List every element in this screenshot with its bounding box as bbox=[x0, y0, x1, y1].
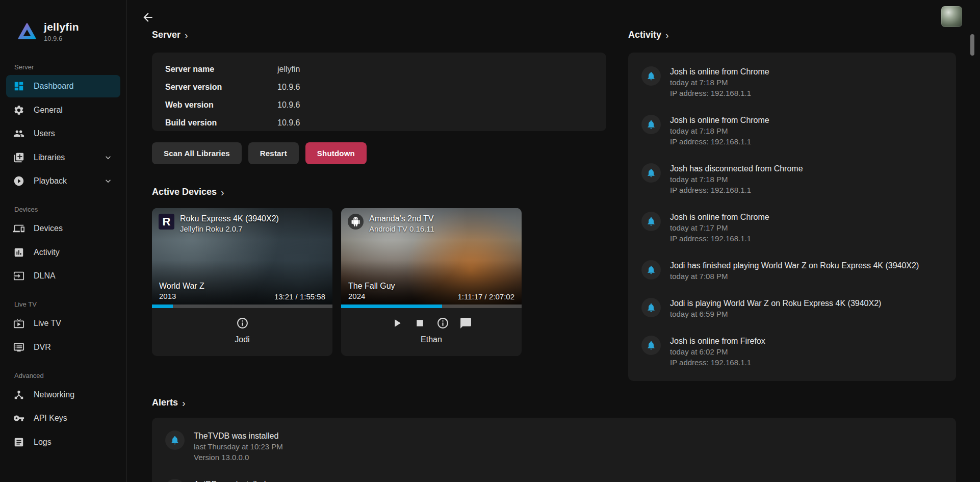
playback-progress-fill bbox=[152, 305, 173, 308]
alert-title: TheTVDB was installed bbox=[194, 430, 283, 441]
alert-item: TheTVDB was installed last Thursday at 1… bbox=[165, 430, 943, 463]
now-playing-backdrop: Amanda's 2nd TV Android TV 0.16.11 The F… bbox=[341, 208, 522, 308]
brand-text: jellyfin 10.9.6 bbox=[44, 21, 79, 42]
activity-title: Jodi has finished playing World War Z on… bbox=[670, 260, 919, 271]
info-icon[interactable] bbox=[236, 317, 249, 329]
activity-text: Josh is online from Chrome today at 7:18… bbox=[670, 66, 769, 98]
activity-time: today at 7:18 PM bbox=[670, 77, 769, 88]
sidebar-item-activity[interactable]: Activity bbox=[6, 241, 120, 264]
devices-icon bbox=[13, 223, 24, 234]
sidebar-item-label: Dashboard bbox=[34, 82, 73, 91]
users-icon bbox=[13, 128, 24, 139]
device-card-roku[interactable]: R Roku Express 4K (3940X2) Jellyfin Roku… bbox=[152, 208, 332, 356]
activity-title: Josh is online from Chrome bbox=[670, 115, 769, 125]
sidebar-item-networking[interactable]: Networking bbox=[6, 384, 120, 406]
build-version-value: 10.9.6 bbox=[277, 117, 593, 129]
web-version-value: 10.9.6 bbox=[277, 99, 593, 111]
message-icon[interactable] bbox=[459, 317, 472, 329]
activity-item: Jodi has finished playing World War Z on… bbox=[641, 260, 943, 282]
sidebar-item-dvr[interactable]: DVR bbox=[6, 336, 120, 359]
app-version: 10.9.6 bbox=[44, 35, 79, 42]
device-meta: Amanda's 2nd TV Android TV 0.16.11 bbox=[369, 214, 434, 234]
activity-item: Jodi is playing World War Z on Roku Expr… bbox=[641, 298, 943, 319]
sidebar-item-libraries[interactable]: Libraries bbox=[6, 146, 120, 169]
activity-ip: IP address: 192.168.1.1 bbox=[670, 357, 765, 368]
sidebar-item-label: Live TV bbox=[34, 319, 61, 328]
restart-button[interactable]: Restart bbox=[248, 142, 299, 164]
session-user: Jodi bbox=[152, 335, 332, 344]
sidebar-item-users[interactable]: Users bbox=[6, 122, 120, 145]
server-name-value: jellyfin bbox=[277, 64, 593, 75]
device-card-android-tv[interactable]: Amanda's 2nd TV Android TV 0.16.11 The F… bbox=[341, 208, 522, 356]
server-section-link[interactable]: Server › bbox=[152, 30, 188, 40]
arrow-left-icon bbox=[141, 11, 154, 24]
chevron-down-icon[interactable] bbox=[103, 176, 113, 186]
roku-icon: R bbox=[159, 214, 174, 230]
chevron-down-icon[interactable] bbox=[103, 153, 113, 163]
sidebar-item-playback[interactable]: Playback bbox=[6, 170, 120, 192]
stop-icon[interactable] bbox=[414, 317, 426, 329]
activity-text: Josh is online from Chrome today at 7:18… bbox=[670, 115, 769, 147]
media-year: 2024 bbox=[348, 291, 395, 301]
brand: jellyfin 10.9.6 bbox=[0, 0, 126, 50]
sidebar-item-label: Playback bbox=[34, 176, 67, 186]
device-header: Amanda's 2nd TV Android TV 0.16.11 bbox=[341, 208, 522, 240]
user-avatar[interactable] bbox=[941, 6, 962, 27]
bell-icon bbox=[641, 260, 661, 280]
device-header: R Roku Express 4K (3940X2) Jellyfin Roku… bbox=[152, 208, 332, 240]
jellyfin-logo-icon bbox=[17, 22, 37, 41]
alert-text: AniDB was installed bbox=[194, 479, 266, 482]
sidebar-item-live-tv[interactable]: Live TV bbox=[6, 312, 120, 335]
sidebar-item-api-keys[interactable]: API Keys bbox=[6, 407, 120, 429]
bell-icon bbox=[165, 430, 185, 450]
active-devices-section-link[interactable]: Active Devices › bbox=[152, 187, 224, 197]
sidebar-item-devices[interactable]: Devices bbox=[6, 217, 120, 240]
bell-icon bbox=[641, 66, 661, 86]
back-button[interactable] bbox=[141, 11, 155, 25]
scan-all-libraries-button[interactable]: Scan All Libraries bbox=[152, 142, 242, 164]
activity-section-link[interactable]: Activity › bbox=[628, 30, 669, 40]
sidebar-item-label: API Keys bbox=[34, 414, 67, 423]
app-title: jellyfin bbox=[44, 21, 79, 33]
sidebar-item-dlna[interactable]: DLNA bbox=[6, 265, 120, 287]
activity-time: today at 7:08 PM bbox=[670, 271, 919, 282]
info-icon[interactable] bbox=[436, 317, 449, 329]
activity-heading: Activity bbox=[628, 30, 661, 40]
playback-progress-bar bbox=[152, 305, 332, 308]
bell-icon bbox=[641, 163, 661, 183]
sidebar-item-label: Users bbox=[34, 129, 55, 138]
server-info-card: Server name jellyfin Server version 10.9… bbox=[152, 53, 606, 131]
activity-text: Josh is online from Chrome today at 7:17… bbox=[670, 212, 769, 244]
alert-time: last Thursday at 10:23 PM bbox=[194, 441, 283, 452]
page-scrollbar-thumb[interactable] bbox=[970, 34, 974, 56]
device-name: Roku Express 4K (3940X2) bbox=[180, 214, 279, 224]
sidebar-item-label: Activity bbox=[34, 248, 60, 257]
session-user: Ethan bbox=[341, 335, 522, 344]
sidebar-item-logs[interactable]: Logs bbox=[6, 431, 120, 453]
alerts-feed: TheTVDB was installed last Thursday at 1… bbox=[152, 418, 956, 482]
playback-time: 13:21 / 1:55:58 bbox=[274, 292, 325, 301]
activity-time: today at 7:17 PM bbox=[670, 222, 769, 233]
device-footer: Jodi bbox=[152, 308, 332, 356]
bell-icon bbox=[641, 115, 661, 134]
activity-icon bbox=[13, 247, 24, 258]
sidebar-item-dashboard[interactable]: Dashboard bbox=[6, 75, 120, 97]
alert-text: TheTVDB was installed last Thursday at 1… bbox=[194, 430, 283, 463]
shutdown-button[interactable]: Shutdown bbox=[305, 142, 367, 164]
session-actions bbox=[341, 308, 522, 329]
alerts-section-link[interactable]: Alerts › bbox=[152, 397, 186, 408]
sidebar-section-label-devices: Devices bbox=[14, 206, 126, 213]
networking-icon bbox=[13, 389, 24, 400]
play-icon[interactable] bbox=[391, 317, 403, 329]
sidebar-item-general[interactable]: General bbox=[6, 99, 120, 121]
server-version-label: Server version bbox=[165, 82, 277, 93]
jellyfin-dashboard: jellyfin 10.9.6 Server Dashboard General… bbox=[0, 0, 980, 482]
sidebar-item-label: Devices bbox=[34, 224, 63, 233]
chevron-right-icon: › bbox=[665, 31, 669, 40]
playback-time: 1:11:17 / 2:07:02 bbox=[458, 292, 514, 301]
bell-icon bbox=[165, 479, 185, 482]
dvr-icon bbox=[13, 342, 24, 353]
media-year: 2013 bbox=[159, 291, 204, 301]
activity-text: Jodi has finished playing World War Z on… bbox=[670, 260, 919, 282]
build-version-label: Build version bbox=[165, 117, 277, 129]
